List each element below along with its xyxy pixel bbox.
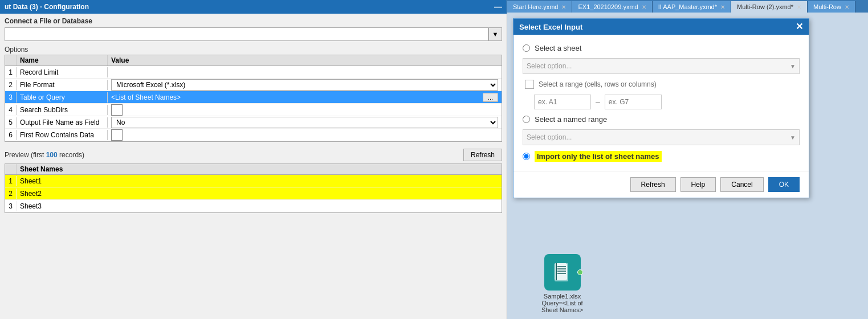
tab-close-start-here[interactable]: ✕ — [561, 4, 566, 10]
options-table-header: Name Value — [5, 55, 502, 66]
left-refresh-button[interactable]: Refresh — [463, 149, 502, 161]
preview-table: Sheet Names 1 Sheet1 2 Sheet2 3 Sheet3 — [5, 163, 502, 213]
named-range-row: Select a named range — [523, 115, 800, 124]
tab-bar: Start Here.yxmd ✕ EX1_20210209.yxmd ✕ II… — [507, 0, 868, 13]
dialog-footer: Refresh Help Cancel OK — [514, 171, 809, 198]
options-table: Name Value 1 Record Limit 2 File Format … — [5, 55, 502, 142]
left-panel: ut Data (3) - Configuration — Connect a … — [0, 0, 507, 319]
options-row-1: 1 Record Limit — [5, 66, 502, 79]
dialog-title: Select Excel Input — [519, 23, 582, 31]
named-range-dropdown[interactable]: Select option... ▼ — [523, 129, 800, 145]
node-area: Sample1.xlsx Query=<List of Sheet Names> — [541, 254, 583, 313]
file-path-row: C:\Users\X203207\Downloads\Get last row … — [5, 27, 502, 41]
file-format-select[interactable]: Microsoft Excel (*.xlsx) — [111, 79, 498, 91]
range-to-input[interactable] — [605, 95, 662, 109]
range-from-input[interactable] — [534, 95, 591, 109]
range-inputs-row: – — [534, 95, 800, 109]
panel-title-text: ut Data (3) - Configuration — [5, 3, 89, 11]
options-row-4: 4 Search SubDirs — [5, 104, 502, 116]
output-filename-select[interactable]: No — [111, 117, 498, 128]
preview-label: Preview (first 100 records) — [5, 151, 84, 159]
tab-multi-row-2[interactable]: Multi-Row (2).yxmd* ✕ — [731, 1, 808, 13]
tab-close-multi-row-2[interactable]: ✕ — [797, 4, 801, 10]
named-range-label: Select a named range — [535, 115, 607, 124]
dialog-close-button[interactable]: ✕ — [796, 22, 803, 31]
select-excel-dialog: Select Excel Input ✕ Select a sheet Sele… — [513, 18, 809, 198]
preview-table-header: Sheet Names — [5, 164, 502, 175]
header-num — [5, 55, 17, 66]
node-icon[interactable] — [544, 254, 581, 291]
right-panel: Start Here.yxmd ✕ EX1_20210209.yxmd ✕ II… — [507, 0, 868, 319]
range-dash: – — [596, 97, 600, 107]
select-sheet-row: Select a sheet — [523, 44, 800, 52]
dialog-refresh-button[interactable]: Refresh — [630, 177, 676, 192]
named-range-arrow: ▼ — [790, 134, 796, 141]
preview-header: Preview (first 100 records) Refresh — [0, 146, 507, 163]
select-sheet-label: Select a sheet — [535, 44, 581, 52]
select-sheet-radio[interactable] — [523, 44, 530, 52]
select-sheet-dropdown[interactable]: Select option... ▼ — [523, 58, 800, 74]
range-row: Select a range (cells, rows or columns) — [525, 80, 800, 89]
options-row-5: 5 Output File Name as Field No — [5, 116, 502, 129]
range-checkbox[interactable] — [525, 80, 534, 89]
import-sheets-radio[interactable] — [523, 153, 530, 160]
tab-start-here[interactable]: Start Here.yxmd ✕ — [507, 1, 572, 13]
connect-label: Connect a File or Database — [0, 14, 507, 27]
range-label: Select a range (cells, rows or columns) — [539, 80, 657, 88]
tab-multi-row[interactable]: Multi-Row ✕ — [808, 1, 855, 13]
import-sheets-label: Import only the list of sheet names — [535, 151, 662, 162]
tab-close-ex1[interactable]: ✕ — [642, 4, 646, 10]
dialog-ok-button[interactable]: OK — [768, 177, 800, 192]
svg-rect-1 — [556, 263, 557, 280]
dialog-cancel-button[interactable]: Cancel — [720, 177, 763, 192]
first-row-checkbox[interactable] — [111, 129, 123, 141]
preview-row-1: 1 Sheet1 — [5, 175, 502, 187]
panel-minimize-icon[interactable]: — — [494, 2, 502, 11]
select-sheet-placeholder: Select option... — [527, 62, 572, 70]
select-sheet-arrow: ▼ — [790, 63, 796, 69]
node-label: Sample1.xlsx Query=<List of Sheet Names> — [541, 293, 583, 313]
header-value: Value — [108, 55, 502, 66]
panel-title: ut Data (3) - Configuration — — [0, 0, 507, 14]
tab-aap-master[interactable]: II AAP_Master.yxmd* ✕ — [653, 1, 731, 13]
node-connection-dot — [577, 269, 583, 275]
import-sheets-row: Import only the list of sheet names — [523, 151, 800, 162]
preview-row-2: 2 Sheet2 — [5, 187, 502, 200]
tab-close-aap[interactable]: ✕ — [720, 4, 725, 10]
search-subdirs-checkbox[interactable] — [111, 104, 123, 116]
browse-button[interactable]: ... — [483, 93, 498, 102]
preview-row-3: 3 Sheet3 — [5, 200, 502, 212]
options-row-6: 6 First Row Contains Data — [5, 129, 502, 141]
named-range-placeholder: Select option... — [527, 133, 572, 141]
tab-close-multi-row[interactable]: ✕ — [845, 4, 849, 10]
dialog-title-bar: Select Excel Input ✕ — [514, 19, 809, 35]
select-sheet-dropdown-row: Select option... ▼ — [523, 58, 800, 74]
file-path-dropdown-btn[interactable]: ▼ — [488, 27, 502, 41]
table-query-value: <List of Sheet Names> — [111, 93, 480, 101]
named-range-radio[interactable] — [523, 116, 530, 123]
tab-ex1[interactable]: EX1_20210209.yxmd ✕ — [572, 1, 652, 13]
options-label: Options — [0, 44, 507, 55]
header-name: Name — [17, 55, 108, 66]
dialog-help-button[interactable]: Help — [680, 177, 716, 192]
file-path-input[interactable]: C:\Users\X203207\Downloads\Get last row … — [5, 27, 488, 41]
options-row-3: 3 Table or Query <List of Sheet Names> .… — [5, 91, 502, 104]
named-range-dropdown-row: Select option... ▼ — [523, 129, 800, 145]
dialog-body: Select a sheet Select option... ▼ Select… — [514, 35, 809, 171]
book-icon — [551, 261, 574, 284]
options-row-2: 2 File Format Microsoft Excel (*.xlsx) — [5, 79, 502, 91]
